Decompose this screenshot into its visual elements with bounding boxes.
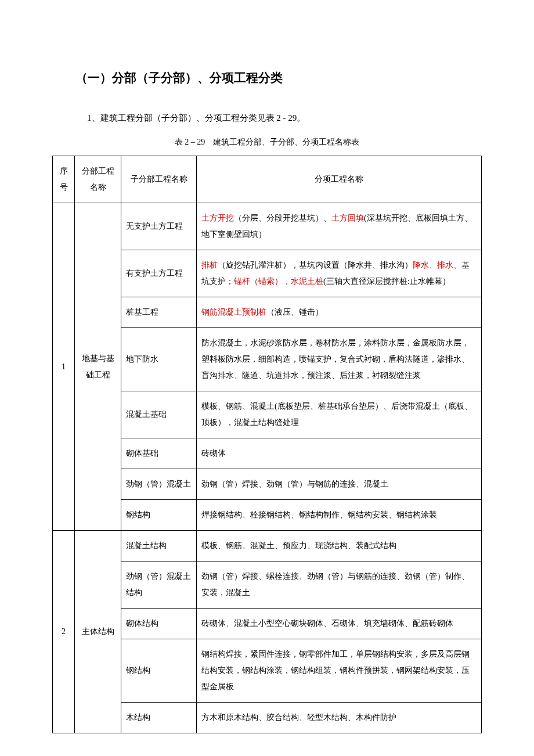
cell-part: 主体结构: [75, 531, 121, 733]
cell-part: 地基与基础工程: [75, 203, 121, 531]
cell-item: 劲钢（管）焊接、劲钢（管）与钢筋的连接、混凝土: [197, 469, 482, 500]
plain-text: 防水混凝土，水泥砂浆防水层，卷材防水层，涂料防水层，金属板防水层，塑料板防水层，…: [201, 339, 470, 380]
plain-text: 模板、钢筋、混凝土、预应力、现浇结构、装配式结构: [201, 541, 396, 550]
cell-subpart: 桩基工程: [121, 297, 197, 328]
header-subpart: 子分部工程名称: [121, 156, 197, 203]
plain-text: 劲钢（管）焊接、螺栓连接、劲钢（管）与钢筋的连接、劲钢（管）制作、安装，混凝土: [201, 572, 470, 597]
cell-subpart: 劲钢（管）混凝土结构: [121, 561, 197, 609]
cell-item: 模板、钢筋、混凝土、预应力、现浇结构、装配式结构: [197, 531, 482, 561]
plain-text: 焊接钢结构、栓接钢结构、钢结构制作、钢结构安装、钢结构涂装: [201, 510, 437, 519]
header-item: 分项工程名称: [197, 156, 482, 203]
intro-text: 1、建筑工程分部（子分部）、分项工程分类见表 2 - 29。: [87, 109, 482, 127]
plain-text: （分层、分段开挖基坑）、: [234, 214, 331, 222]
cell-subpart: 劲钢（管）混凝土: [121, 469, 197, 500]
cell-item: 方木和原木结构、胶合结构、轻型木结构、木构件防护: [197, 703, 482, 733]
cell-item: 劲钢（管）焊接、螺栓连接、劲钢（管）与钢筋的连接、劲钢（管）制作、安装，混凝土: [197, 561, 482, 609]
classification-table: 序号 分部工程名称 子分部工程名称 分项工程名称 1地基与基础工程无支护土方工程…: [52, 156, 482, 733]
cell-item: 钢结构焊接，紧固件连接，钢零部件加工，单层钢结构安装，多层及高层钢结构安装，钢结…: [197, 639, 482, 703]
cell-subpart: 钢结构: [121, 639, 197, 703]
plain-text: 劲钢（管）焊接、劲钢（管）与钢筋的连接、混凝土: [201, 480, 388, 488]
highlight-text: 土方回填: [331, 214, 364, 222]
plain-text: 钢结构焊接，紧固件连接，钢零部件加工，单层钢结构安装，多层及高层钢结构安装，钢结…: [201, 650, 470, 691]
document-page: （一）分部（子分部）、分项工程分类 1、建筑工程分部（子分部）、分项工程分类见表…: [0, 0, 534, 756]
plain-text: （液压、锤击）: [266, 308, 323, 316]
highlight-text: 锚杆（锚索），水泥土桩: [234, 277, 323, 286]
highlight-text: 排桩: [201, 261, 218, 269]
table-header-row: 序号 分部工程名称 子分部工程名称 分项工程名称: [53, 156, 482, 203]
plain-text: （旋挖钻孔灌注桩），基坑内设置（降水井、排水沟）: [218, 261, 413, 269]
cell-subpart: 砌体基础: [121, 438, 197, 469]
highlight-text: 降水、排水、: [413, 261, 461, 269]
cell-item: 土方开挖（分层、分段开挖基坑）、土方回填(深基坑开挖、底板回填土方、地下室侧壁回…: [197, 203, 482, 250]
cell-item: 模板、钢筋、混凝土(底板垫层、桩基础承台垫层）、后浇带混凝土（底板、顶板），混凝…: [197, 391, 482, 438]
table-caption: 表 2 – 29 建筑工程分部、子分部、分项工程名称表: [52, 137, 482, 147]
cell-subpart: 混凝土基础: [121, 391, 197, 438]
cell-seq: 2: [53, 531, 75, 733]
cell-subpart: 砌体结构: [121, 609, 197, 639]
cell-item: 排桩（旋挖钻孔灌注桩），基坑内设置（降水井、排水沟）降水、排水、基坑支护；锚杆（…: [197, 250, 482, 297]
cell-item: 防水混凝土，水泥砂浆防水层，卷材防水层，涂料防水层，金属板防水层，塑料板防水层，…: [197, 328, 482, 391]
plain-text: (三轴大直径深层搅拌桩:止水帷幕）: [323, 277, 450, 286]
plain-text: 砖砌体: [201, 449, 226, 458]
cell-item: 钢筋混凝土预制桩（液压、锤击）: [197, 297, 482, 328]
header-part: 分部工程名称: [75, 156, 121, 203]
cell-item: 砖砌体、混凝土小型空心砌块砌体、石砌体、填充墙砌体、配筋砖砌体: [197, 609, 482, 639]
cell-subpart: 混凝土结构: [121, 531, 197, 561]
header-seq: 序号: [53, 156, 75, 203]
highlight-text: 土方开挖: [201, 214, 234, 222]
cell-subpart: 木结构: [121, 703, 197, 733]
table-row: 2主体结构混凝土结构模板、钢筋、混凝土、预应力、现浇结构、装配式结构: [53, 531, 482, 561]
cell-subpart: 无支护土方工程: [121, 203, 197, 250]
section-title: （一）分部（子分部）、分项工程分类: [75, 70, 482, 86]
plain-text: 砖砌体、混凝土小型空心砌块砌体、石砌体、填充墙砌体、配筋砖砌体: [201, 619, 453, 628]
cell-item: 焊接钢结构、栓接钢结构、钢结构制作、钢结构安装、钢结构涂装: [197, 500, 482, 531]
cell-seq: 1: [53, 203, 75, 531]
highlight-text: 钢筋混凝土预制桩: [201, 308, 266, 316]
plain-text: 模板、钢筋、混凝土(底板垫层、桩基础承台垫层）、后浇带混凝土（底板、顶板），混凝…: [201, 402, 472, 427]
plain-text: 方木和原木结构、胶合结构、轻型木结构、木构件防护: [201, 713, 396, 722]
cell-item: 砖砌体: [197, 438, 482, 469]
table-row: 1地基与基础工程无支护土方工程土方开挖（分层、分段开挖基坑）、土方回填(深基坑开…: [53, 203, 482, 250]
cell-subpart: 有支护土方工程: [121, 250, 197, 297]
cell-subpart: 地下防水: [121, 328, 197, 391]
cell-subpart: 钢结构: [121, 500, 197, 531]
